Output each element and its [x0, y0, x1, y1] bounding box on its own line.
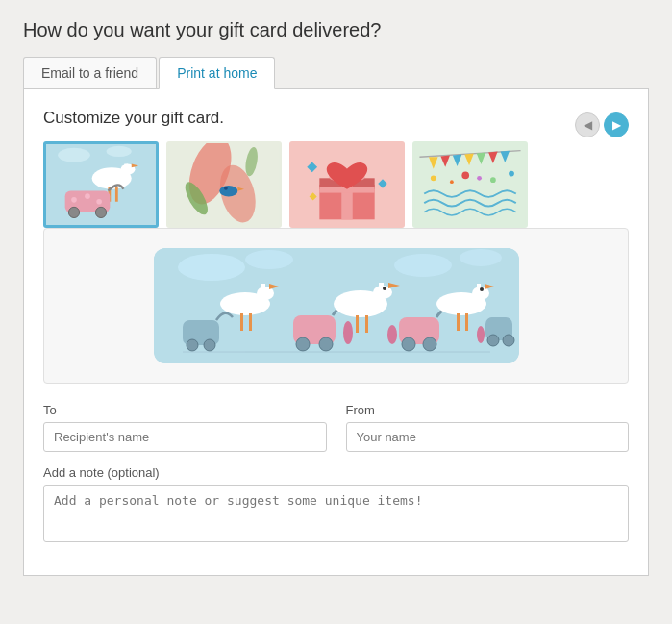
svg-point-87 [477, 326, 485, 343]
svg-point-55 [319, 337, 333, 351]
preview-card [154, 248, 519, 363]
svg-point-12 [71, 197, 77, 203]
svg-rect-68 [477, 284, 481, 299]
svg-point-54 [296, 337, 310, 351]
svg-rect-5 [124, 164, 128, 175]
svg-point-70 [480, 287, 484, 291]
svg-rect-8 [115, 187, 118, 202]
svg-rect-72 [465, 313, 468, 331]
svg-point-10 [68, 207, 79, 217]
chevron-left-icon: ◀ [584, 118, 592, 132]
note-group: Add a note (optional) [43, 465, 629, 546]
svg-point-86 [387, 325, 397, 344]
chevron-right-icon: ▶ [612, 118, 621, 132]
svg-point-60 [383, 287, 386, 290]
from-field-group: From [346, 403, 630, 452]
svg-point-45 [509, 171, 514, 177]
main-question: How do you want your gift card delivered… [23, 19, 649, 41]
svg-rect-58 [379, 283, 384, 298]
to-input[interactable] [43, 422, 327, 452]
card-thumb-party[interactable] [412, 141, 528, 228]
note-textarea[interactable] [43, 485, 629, 542]
content-area: Customize your gift card. ◀ ▶ [23, 89, 649, 576]
card-thumbnails [43, 141, 629, 228]
svg-point-18 [219, 186, 237, 196]
customize-title: Customize your gift card. [43, 109, 224, 128]
svg-rect-71 [457, 313, 460, 331]
card-thumb-stork[interactable] [43, 141, 159, 228]
page-wrapper: How do you want your gift card delivered… [0, 0, 672, 595]
svg-rect-83 [240, 313, 243, 331]
svg-point-43 [461, 172, 469, 180]
tabs-bar: Email to a friend Print at home [23, 57, 649, 89]
from-input[interactable] [346, 422, 630, 452]
svg-point-65 [423, 337, 436, 351]
preview-area [43, 228, 629, 384]
svg-point-2 [107, 146, 132, 157]
card-thumb-heart[interactable] [289, 141, 405, 228]
svg-point-85 [343, 321, 353, 344]
svg-rect-81 [261, 284, 265, 299]
svg-point-20 [224, 187, 228, 190]
svg-point-74 [487, 335, 499, 346]
gallery-next-button[interactable]: ▶ [604, 112, 629, 137]
from-label: From [346, 403, 630, 417]
gallery-nav: ◀ ▶ [575, 112, 629, 137]
svg-point-50 [245, 250, 293, 269]
note-label: Add a note (optional) [43, 465, 629, 480]
svg-rect-61 [356, 315, 359, 333]
svg-point-64 [402, 337, 415, 351]
gallery-prev-button[interactable]: ◀ [575, 112, 600, 137]
svg-rect-84 [249, 313, 252, 331]
svg-point-77 [187, 339, 198, 351]
svg-point-51 [394, 254, 452, 277]
svg-point-52 [460, 249, 502, 266]
svg-point-78 [204, 339, 215, 351]
tab-print[interactable]: Print at home [159, 57, 275, 89]
svg-point-1 [58, 148, 90, 162]
svg-point-46 [450, 180, 454, 184]
svg-point-13 [85, 193, 90, 199]
tab-email[interactable]: Email to a friend [23, 57, 157, 88]
svg-point-47 [477, 176, 482, 181]
to-field-group: To [43, 403, 327, 452]
svg-point-42 [431, 175, 436, 181]
svg-point-11 [95, 207, 106, 217]
svg-point-49 [178, 254, 245, 281]
svg-point-44 [490, 177, 496, 183]
card-thumb-flowers[interactable] [166, 141, 282, 228]
svg-point-14 [96, 199, 102, 205]
svg-rect-62 [365, 315, 368, 333]
to-label: To [43, 403, 327, 417]
svg-point-75 [503, 335, 514, 346]
fields-row: To From [43, 403, 629, 452]
